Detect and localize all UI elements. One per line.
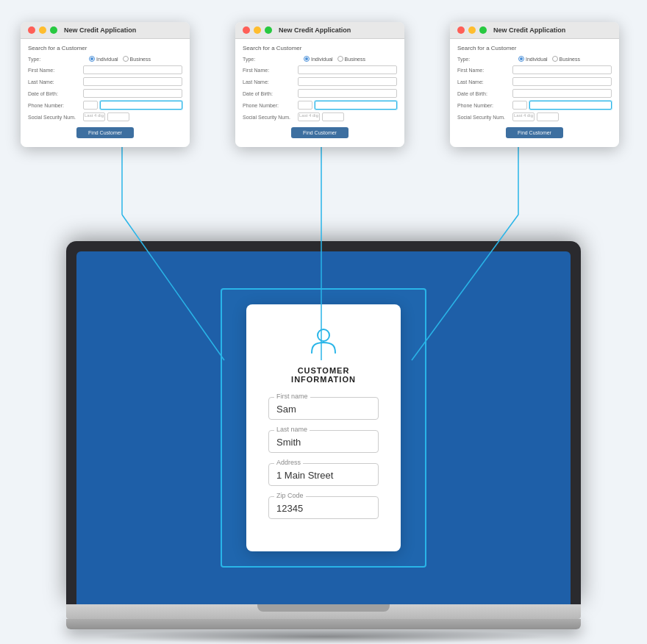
ssn-row-3: Social Security Num. Last 4 dig [457, 112, 612, 121]
titlebar-3: New Credit Application [450, 22, 619, 39]
window-title-1: New Credit Application [64, 26, 136, 34]
titlebar-2: New Credit Application [235, 22, 404, 39]
radio-business-label-3: Business [560, 57, 580, 62]
first-name-value[interactable]: Sam [268, 397, 379, 420]
ssn-row-1: Social Security Num. Last 4 dig [28, 112, 182, 121]
svg-point-6 [318, 329, 329, 341]
address-field: Address 1 Main Street [268, 463, 379, 486]
last-name-value[interactable]: Smith [268, 430, 379, 453]
radio-group-3: Individual Business [518, 56, 580, 62]
phone-input-2[interactable] [315, 101, 397, 110]
laptop: Customer Information First name Sam Last… [66, 241, 581, 644]
lastname-label-2: Last Name: [243, 79, 298, 85]
last-name-field: Last name Smith [268, 430, 379, 453]
find-customer-btn-1[interactable]: Find Customer [76, 127, 134, 138]
type-label-1: Type: [28, 57, 83, 62]
mini-window-2: New Credit Application Search for a Cust… [235, 22, 404, 147]
address-value[interactable]: 1 Main Street [268, 463, 379, 486]
ssn-row-2: Social Security Num. Last 4 dig [243, 112, 397, 121]
dob-row-1: Date of Birth: [28, 89, 182, 98]
firstname-input-1[interactable] [83, 65, 182, 74]
radio-business-2[interactable]: Business [337, 56, 365, 62]
first-name-label: First name [274, 393, 310, 400]
phone-row-1: Phone Number: [28, 101, 182, 110]
ssn-opt-2[interactable] [322, 112, 344, 121]
card-icon-wrapper [268, 325, 379, 360]
lastname-label-3: Last Name: [457, 79, 512, 85]
phone-select-2[interactable] [298, 101, 312, 110]
dob-label-3: Date of Birth: [457, 91, 512, 96]
radio-group-2: Individual Business [304, 56, 365, 62]
tl-green-3[interactable] [479, 26, 487, 34]
radio-group-1: Individual Business [89, 56, 151, 62]
titlebar-1: New Credit Application [21, 22, 190, 39]
phone-label-1: Phone Number: [28, 103, 83, 108]
firstname-label-3: First Name: [457, 68, 512, 73]
ssn-last4-3[interactable]: Last 4 dig [512, 112, 535, 121]
tl-yellow-3[interactable] [468, 26, 476, 34]
window-body-1: Search for a Customer Type: Individual B… [21, 39, 190, 147]
type-row-2: Type: Individual Business [243, 56, 397, 62]
type-row-1: Type: Individual Business [28, 56, 182, 62]
laptop-screen: Customer Information First name Sam Last… [76, 251, 571, 604]
radio-individual-1[interactable]: Individual [89, 56, 118, 62]
dob-row-3: Date of Birth: [457, 89, 612, 98]
find-customer-btn-3[interactable]: Find Customer [506, 127, 563, 138]
tl-red-2[interactable] [243, 26, 250, 34]
radio-individual-3[interactable]: Individual [518, 56, 548, 62]
find-customer-btn-2[interactable]: Find Customer [291, 127, 348, 138]
dob-input-1[interactable] [83, 89, 182, 98]
customer-card: Customer Information First name Sam Last… [246, 304, 401, 551]
laptop-screen-outer: Customer Information First name Sam Last… [66, 241, 581, 604]
ssn-inputs-3: Last 4 dig [512, 112, 612, 121]
tl-green-2[interactable] [265, 26, 272, 34]
ssn-last4-2[interactable]: Last 4 dig [298, 112, 320, 121]
radio-individual-2[interactable]: Individual [304, 56, 333, 62]
dob-label-1: Date of Birth: [28, 91, 83, 96]
dob-row-2: Date of Birth: [243, 89, 397, 98]
zip-value[interactable]: 12345 [268, 496, 379, 519]
window-subtitle-3: Search for a Customer [457, 45, 612, 51]
firstname-row-2: First Name: [243, 65, 397, 74]
last-name-label: Last name [274, 426, 310, 433]
dob-input-3[interactable] [512, 89, 612, 98]
ssn-label-3: Social Security Num. [457, 115, 512, 120]
ssn-opt-3[interactable] [537, 112, 559, 121]
phone-input-1[interactable] [100, 101, 182, 110]
lastname-input-2[interactable] [298, 77, 397, 86]
ssn-last4-1[interactable]: Last 4 dig [83, 112, 105, 121]
tl-green-1[interactable] [50, 26, 57, 34]
window-subtitle-1: Search for a Customer [28, 45, 182, 51]
window-title-2: New Credit Application [279, 26, 351, 34]
phone-inputs-3 [512, 101, 612, 110]
phone-select-3[interactable] [512, 101, 527, 110]
mini-window-3: New Credit Application Search for a Cust… [450, 22, 619, 147]
radio-business-3[interactable]: Business [552, 56, 580, 62]
radio-business-label-1: Business [130, 57, 151, 62]
radio-business-label-2: Business [345, 57, 365, 62]
firstname-label-2: First Name: [243, 68, 298, 73]
tl-red-3[interactable] [457, 26, 465, 34]
firstname-input-2[interactable] [298, 65, 397, 74]
dob-label-2: Date of Birth: [243, 91, 298, 96]
radio-individual-label-3: Individual [526, 57, 548, 62]
lastname-input-3[interactable] [512, 77, 612, 86]
ssn-opt-1[interactable] [107, 112, 129, 121]
type-label-3: Type: [457, 57, 512, 62]
window-body-2: Search for a Customer Type: Individual B… [235, 39, 404, 147]
laptop-base [66, 604, 581, 619]
firstname-input-3[interactable] [512, 65, 612, 74]
phone-select-1[interactable] [83, 101, 98, 110]
firstname-row-1: First Name: [28, 65, 182, 74]
zip-field: Zip Code 12345 [268, 496, 379, 519]
dob-input-2[interactable] [298, 89, 397, 98]
radio-business-1[interactable]: Business [123, 56, 151, 62]
tl-red-1[interactable] [28, 26, 35, 34]
tl-yellow-1[interactable] [39, 26, 46, 34]
type-row-3: Type: Individual Business [457, 56, 612, 62]
tl-yellow-2[interactable] [254, 26, 261, 34]
lastname-input-1[interactable] [83, 77, 182, 86]
phone-inputs-1 [83, 101, 182, 110]
phone-input-3[interactable] [529, 101, 612, 110]
phone-inputs-2 [298, 101, 397, 110]
